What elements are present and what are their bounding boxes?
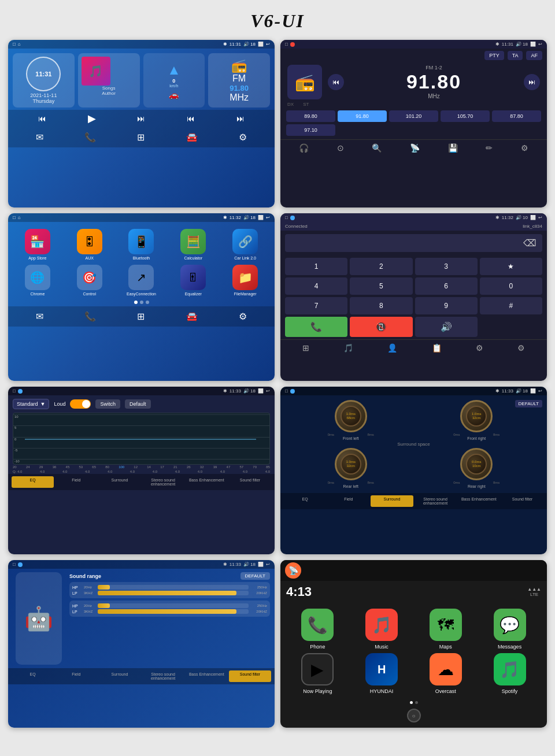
headphone-icon[interactable]: 🎧 (299, 143, 309, 153)
ta-btn[interactable]: TA (508, 51, 523, 60)
key-4[interactable]: 4 (285, 277, 347, 295)
contacts-icon[interactable]: 👤 (387, 343, 397, 353)
prev-btn[interactable]: ⏮ (38, 114, 46, 123)
save-icon[interactable]: 💾 (448, 143, 458, 153)
car2-icon[interactable]: 🚘 (186, 311, 198, 322)
search-icon[interactable]: 🔍 (372, 143, 382, 153)
cp-app-hyundai[interactable]: H HYUNDAI (353, 653, 411, 694)
default-button[interactable]: Default (125, 399, 151, 409)
apps2-icon[interactable]: ⊞ (137, 311, 145, 322)
phone2-icon[interactable]: 📞 (84, 311, 96, 322)
music2-icon[interactable]: 🎵 (343, 343, 353, 353)
cp-app-maps[interactable]: 🗺 Maps (417, 609, 475, 650)
default-badge[interactable]: DEFAULT (515, 400, 542, 407)
sound-default-btn[interactable]: DEFAULT (240, 572, 270, 580)
cp-app-phone[interactable]: 📞 Phone (288, 609, 347, 650)
preset-1[interactable]: 89.80 (286, 110, 335, 122)
key-9[interactable]: 9 (415, 297, 478, 314)
app-control[interactable]: 🎯 Control (66, 265, 113, 296)
radio-prev[interactable]: ⏮ (187, 114, 195, 123)
pty-btn[interactable]: PTY (484, 51, 504, 60)
preset-5[interactable]: 87.80 (492, 110, 541, 122)
s6-tab-bass[interactable]: Bass Enhancement (458, 495, 500, 507)
radio-widget[interactable]: 📻 FM 91.80 MHz (208, 53, 270, 108)
key-7[interactable]: 7 (285, 297, 347, 314)
key-8[interactable]: 8 (350, 297, 412, 314)
preset-2[interactable]: 91.80 (338, 110, 387, 122)
s6-tab-surround[interactable]: Surround (371, 495, 413, 507)
tab-surround[interactable]: Surround (98, 476, 140, 488)
s7-tab-surround[interactable]: Surround (98, 670, 140, 682)
cp-app-music[interactable]: 🎵 Music (353, 609, 411, 650)
cp-app-nowplaying[interactable]: ▶ Now Playing (288, 653, 347, 694)
tab-field[interactable]: Field (55, 476, 97, 488)
s6-tab-field[interactable]: Field (327, 495, 369, 507)
settings-icon[interactable]: ⚙ (239, 132, 247, 143)
s6-tab-filter[interactable]: Sound filter (501, 495, 543, 507)
backspace-btn[interactable]: ⌫ (523, 238, 536, 249)
next-btn[interactable]: ⏭ (137, 114, 145, 123)
music-widget[interactable]: 🎵 Songs Author (78, 53, 140, 108)
edit-icon[interactable]: ✏ (486, 143, 493, 153)
tab-filter[interactable]: Sound filter (229, 476, 271, 488)
knob-front-left[interactable]: 1.0ms68cm (335, 400, 367, 432)
cp-app-spotify[interactable]: 🎵 Spotify (480, 653, 539, 694)
nav-icon[interactable]: ✉ (36, 132, 43, 143)
s7-tab-bass[interactable]: Bass Enhancement (186, 670, 228, 682)
calls-icon[interactable]: 📋 (432, 343, 442, 353)
vol-btn[interactable]: 🔊 (415, 317, 478, 337)
bt-icon[interactable]: ⚙ (476, 343, 483, 353)
app-appstore[interactable]: 🏪 App Store (14, 229, 61, 260)
key-1[interactable]: 1 (285, 258, 347, 275)
play-btn[interactable]: ▶ (88, 112, 96, 125)
key-0[interactable]: 0 (480, 277, 542, 295)
car-icon[interactable]: 🚘 (186, 132, 198, 143)
tab-stereo[interactable]: Stereo sound enhancement (142, 476, 184, 488)
app-easyconnection[interactable]: ↗ EasyConnection (118, 265, 165, 296)
loud-toggle[interactable] (70, 399, 91, 409)
settings2-icon[interactable]: ⚙ (521, 143, 528, 153)
knob-front-right[interactable]: 1.0ms32cm (460, 400, 493, 432)
s7-tab-field[interactable]: Field (55, 670, 97, 682)
nav-widget[interactable]: ▲ 0 km/h 🚗 (143, 53, 205, 108)
nav2-icon[interactable]: ✉ (36, 311, 43, 322)
app-chrome[interactable]: 🌐 Chrome (14, 265, 61, 296)
key-hash[interactable]: # (480, 297, 542, 314)
call-btn[interactable]: 📞 (285, 317, 347, 337)
key-3[interactable]: 3 (415, 258, 478, 275)
settings3-icon[interactable]: ⚙ (239, 311, 247, 322)
apps-icon[interactable]: ⊞ (137, 132, 145, 143)
end-btn[interactable]: 📵 (350, 317, 412, 337)
key-6[interactable]: 6 (415, 277, 478, 295)
freq-next[interactable]: ⏭ (524, 74, 540, 90)
key-star[interactable]: ★ (480, 258, 542, 275)
phone-icon[interactable]: 📞 (84, 132, 96, 143)
switch-button[interactable]: Switch (95, 399, 120, 409)
key-2[interactable]: 2 (350, 258, 412, 275)
preset-6[interactable]: 97.10 (286, 124, 335, 136)
signal-icon[interactable]: 📡 (410, 143, 420, 153)
preset-select[interactable]: Standard ▼ (13, 399, 49, 409)
af-btn[interactable]: AF (526, 51, 542, 60)
s7-tab-stereo[interactable]: Stereo sound enhancement (142, 670, 184, 682)
app-bluetooth[interactable]: 📱 Bluetooth (118, 229, 165, 260)
tab-bass[interactable]: Bass Enhancement (186, 476, 228, 488)
s7-tab-eq[interactable]: EQ (12, 670, 54, 682)
app-calculator[interactable]: 🧮 Calculator (169, 229, 217, 260)
cp-app-overcast[interactable]: ☁ Overcast (417, 653, 475, 694)
knob-rear-right[interactable]: 0.0ms10cm (460, 448, 493, 480)
toggle-icon[interactable]: ⊙ (337, 143, 344, 153)
knob-rear-left[interactable]: 1.0ms32cm (335, 448, 367, 480)
keypad-icon[interactable]: ⊞ (302, 343, 309, 353)
cp-app-messages[interactable]: 💬 Messages (480, 609, 539, 650)
s6-tab-eq[interactable]: EQ (284, 495, 326, 507)
preset-3[interactable]: 101.20 (389, 110, 438, 122)
radio-next[interactable]: ⏭ (236, 114, 245, 123)
app-carlink[interactable]: 🔗 Car Link 2.0 (221, 229, 269, 260)
preset-4[interactable]: 105.70 (441, 110, 490, 122)
s6-tab-stereo[interactable]: Stereo sound enhancement (415, 495, 457, 507)
settings4-icon[interactable]: ⚙ (517, 343, 525, 353)
app-aux[interactable]: 🎛 AUX (66, 229, 113, 260)
freq-prev[interactable]: ⏮ (328, 74, 344, 90)
home-button[interactable]: ○ (407, 709, 421, 722)
